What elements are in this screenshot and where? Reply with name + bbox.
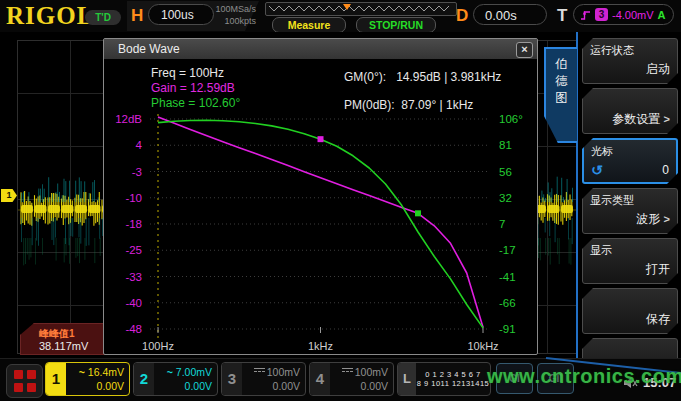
gain-tick: 12dB: [115, 112, 142, 126]
chevron-right-icon: >: [664, 213, 670, 225]
phase-margin-readout: PM(0dB): 87.09° | 1kHz: [344, 98, 473, 112]
sidebar-item-value: 0: [662, 163, 669, 177]
phase-axis-ticks: 106°8156327-17-41-66-91: [496, 114, 538, 340]
phase-tick: -66: [499, 296, 516, 310]
trigger-source-badge: 3: [595, 8, 608, 21]
measure-button[interactable]: Measure: [272, 17, 346, 33]
peak-peak-value: 38.117mV: [39, 340, 106, 353]
quick-menu-button[interactable]: [6, 364, 43, 398]
memory-depth: 100kpts: [214, 15, 256, 27]
margin-marker: [415, 210, 421, 216]
phase-tick: -17: [499, 243, 516, 257]
channel-1-indicator[interactable]: 1~ 16.4mV0.00V: [45, 362, 130, 396]
freq-axis-ticks: 100Hz1kHz10kHz: [148, 340, 496, 354]
ac-coupling-icon: ~: [167, 366, 173, 378]
gain-tick: -18: [125, 217, 142, 231]
channel-scale: ~ 7.00mV: [154, 365, 212, 379]
freq-tick: 1kHz: [299, 340, 343, 352]
phase-readout: Phase = 102.60°: [151, 96, 240, 110]
series-gain: [158, 117, 483, 327]
bode-plot: [148, 114, 496, 340]
menu-square-icon: [27, 383, 36, 392]
trigger-level: -4.00mV: [612, 9, 654, 21]
sidebar-item-6[interactable]: 保存: [582, 288, 678, 334]
bode-wave-dialog: Bode Wave × Freq = 100Hz Gain = 12.59dB …: [103, 38, 538, 355]
peak-peak-label: 峰峰值1: [39, 327, 106, 340]
gain-tick: -40: [125, 296, 142, 310]
rigol-logo: RIGOL: [6, 2, 94, 30]
sidebar-item-value: 启动: [646, 61, 670, 78]
channel-number: 1: [46, 363, 66, 395]
gain-tick: -3: [132, 165, 142, 179]
gain-axis-ticks: 12dB4-3-10-18-25-33-40-48: [104, 114, 145, 340]
trigger-sweep-mode: A: [658, 9, 666, 21]
channel-scale: ~ 16.4mV: [66, 365, 124, 379]
top-status-bar: RIGOL T'D H 100us 100MSa/s 100kpts Measu…: [0, 0, 681, 33]
horizontal-label: H: [131, 6, 143, 26]
channel-4-indicator[interactable]: 4100mV0.00V: [309, 362, 394, 396]
trigger-slope-icon: [580, 9, 591, 21]
timebase-button[interactable]: 100us: [148, 4, 214, 25]
phase-tick: -91: [499, 322, 516, 336]
gain-tick: -48: [125, 322, 142, 336]
menu-square-icon: [14, 370, 23, 379]
ac-coupling-icon: ~: [79, 366, 85, 378]
oscilloscope-screen: RIGOL T'D H 100us 100MSa/s 100kpts Measu…: [0, 0, 681, 401]
delay-button[interactable]: 0.00s: [473, 4, 547, 25]
sidebar-item-value: 保存: [646, 311, 670, 328]
channel-3-indicator[interactable]: 3100mV0.00V: [221, 362, 306, 396]
phase-tick: 32: [499, 191, 512, 205]
logic-pod-label: L: [398, 363, 416, 395]
waveform-memory-bar[interactable]: [265, 2, 457, 16]
phase-tick: -41: [499, 270, 516, 284]
stop-run-button[interactable]: STOP/RUN: [356, 17, 436, 33]
freq-tick: 10kHz: [461, 340, 505, 352]
sidebar-item-2[interactable]: 参数设置 >: [582, 88, 678, 134]
digital-channels-row2: 8 9 1011 12131415: [416, 379, 490, 388]
channel1-position-marker[interactable]: 1: [1, 189, 17, 202]
phase-tick: 81: [499, 138, 512, 152]
delay-label: D: [456, 6, 468, 26]
channel-offset: 0.00V: [242, 379, 300, 393]
gain-tick: -33: [125, 270, 142, 284]
sidebar-item-value: 参数设置 >: [612, 111, 670, 128]
margin-marker: [318, 136, 324, 142]
freq-readout: Freq = 100Hz: [151, 66, 224, 80]
trigger-button[interactable]: 3 -4.00mV A: [573, 4, 674, 25]
sidebar-item-1[interactable]: 运行状态启动: [582, 38, 678, 84]
gain-tick: -10: [125, 191, 142, 205]
dc-coupling-icon: [342, 368, 353, 375]
dc-coupling-icon: [254, 368, 265, 375]
channel-scale: 100mV: [242, 365, 300, 379]
chevron-right-icon: >: [664, 113, 670, 125]
sidebar-item-value: 波形 >: [636, 211, 670, 228]
triggered-status-badge: T'D: [85, 10, 121, 25]
phase-tick: 106°: [499, 112, 523, 126]
gain-tick: 4: [136, 138, 142, 152]
sidebar-item-3[interactable]: 光标↺0: [582, 138, 678, 184]
channel-scale: 100mV: [330, 365, 388, 379]
channel-number: 2: [134, 363, 154, 395]
menu-square-icon: [27, 370, 36, 379]
sidebar-item-4[interactable]: 显示类型波形 >: [582, 188, 678, 234]
phase-tick: 56: [499, 165, 512, 179]
sample-rate: 100MSa/s: [214, 3, 256, 15]
sidebar-item-label: 显示类型: [590, 193, 634, 208]
gain-readout: Gain = 12.59dB: [151, 81, 235, 95]
menu-square-icon: [14, 383, 23, 392]
gain-tick: -25: [125, 243, 142, 257]
phase-tick: 7: [499, 217, 505, 231]
watermark: www.cntronics.com: [487, 365, 681, 388]
dialog-title[interactable]: Bode Wave: [104, 39, 537, 59]
gain-margin-readout: GM(0°): 14.95dB | 3.981kHz: [344, 70, 501, 84]
sidebar-item-label: 显示: [590, 243, 612, 258]
measurement-result-badge[interactable]: 峰峰值1 38.117mV: [20, 323, 107, 355]
sidebar-item-5[interactable]: 显示打开: [582, 238, 678, 284]
freq-tick: 100Hz: [136, 340, 180, 352]
logic-pod-indicator[interactable]: L 0 1 2 3 4 5 6 7 8 9 1011 12131415: [397, 362, 491, 396]
close-icon[interactable]: ×: [516, 42, 533, 58]
channel-2-indicator[interactable]: 2~ 7.00mV0.00V: [133, 362, 218, 396]
sidebar-item-value: 打开: [646, 261, 670, 278]
trigger-label: T: [557, 6, 567, 26]
channel-number: 3: [222, 363, 242, 395]
